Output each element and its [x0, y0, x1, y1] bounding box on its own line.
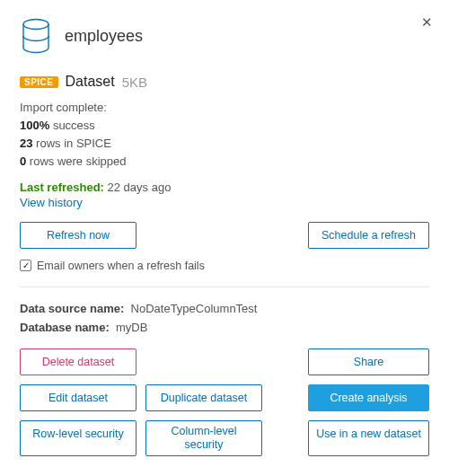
dataset-info-modal: ✕ employees SPICE Dataset 5KB Import com…: [0, 0, 449, 476]
data-source-name-row: Data source name: NoDateTypeColumnTest: [20, 302, 429, 315]
email-owners-checkbox[interactable]: ✓: [20, 260, 31, 271]
refresh-button-row: Refresh now Schedule a refresh: [20, 222, 429, 249]
type-row: SPICE Dataset 5KB: [20, 74, 429, 90]
use-in-new-dataset-button[interactable]: Use in a new dataset: [308, 420, 429, 456]
close-icon[interactable]: ✕: [421, 14, 433, 31]
divider: [20, 286, 429, 287]
edit-dataset-button[interactable]: Edit dataset: [20, 384, 136, 411]
refresh-now-button[interactable]: Refresh now: [20, 222, 136, 249]
dataset-size: 5KB: [122, 75, 147, 90]
last-refreshed: Last refreshed: 22 days ago: [20, 181, 429, 194]
import-status: Import complete: 100% success 23 rows in…: [20, 99, 429, 172]
delete-dataset-button[interactable]: Delete dataset: [20, 348, 136, 375]
database-name-key: Database name:: [20, 321, 110, 334]
import-skipped: 0 rows were skipped: [20, 153, 429, 171]
database-name-row: Database name: myDB: [20, 321, 429, 334]
import-rows: 23 rows in SPICE: [20, 135, 429, 153]
data-source-name-value: NoDateTypeColumnTest: [131, 302, 258, 315]
dataset-title: employees: [65, 27, 143, 46]
data-source-name-key: Data source name:: [20, 302, 124, 315]
share-button[interactable]: Share: [308, 348, 429, 375]
last-refreshed-label: Last refreshed:: [20, 181, 104, 194]
email-owners-row: ✓ Email owners when a refresh fails: [20, 260, 429, 272]
actions-section: Delete dataset Share Edit dataset Duplic…: [20, 348, 429, 456]
import-heading: Import complete:: [20, 99, 429, 117]
database-name-value: myDB: [116, 321, 147, 334]
dataset-type-label: Dataset: [66, 74, 115, 90]
email-owners-label: Email owners when a refresh fails: [37, 260, 205, 272]
duplicate-dataset-button[interactable]: Duplicate dataset: [145, 384, 262, 411]
row-level-security-button[interactable]: Row-level security: [20, 420, 136, 456]
header-row: employees: [20, 18, 429, 54]
column-level-security-button[interactable]: Column-level security: [145, 420, 262, 456]
svg-point-0: [23, 20, 48, 30]
database-icon: [20, 18, 52, 54]
create-analysis-button[interactable]: Create analysis: [308, 384, 429, 411]
schedule-refresh-button[interactable]: Schedule a refresh: [308, 222, 429, 249]
view-history-link[interactable]: View history: [20, 196, 83, 209]
import-success: 100% success: [20, 117, 429, 135]
last-refreshed-value: 22 days ago: [108, 181, 172, 194]
spice-badge: SPICE: [20, 76, 58, 88]
